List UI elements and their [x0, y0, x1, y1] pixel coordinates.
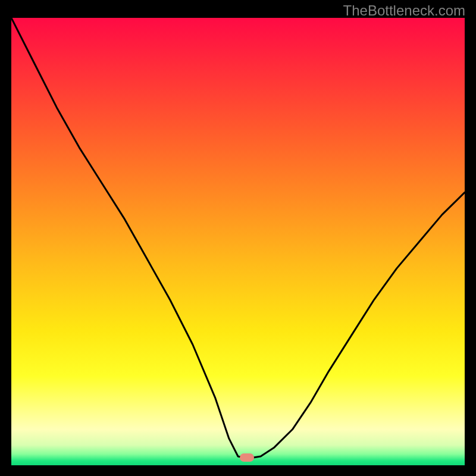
attribution-text: TheBottleneck.com [343, 2, 465, 19]
optimal-marker [240, 453, 254, 462]
plot-area [11, 18, 465, 465]
bottleneck-curve [11, 18, 465, 465]
chart-frame: TheBottleneck.com [0, 0, 476, 476]
